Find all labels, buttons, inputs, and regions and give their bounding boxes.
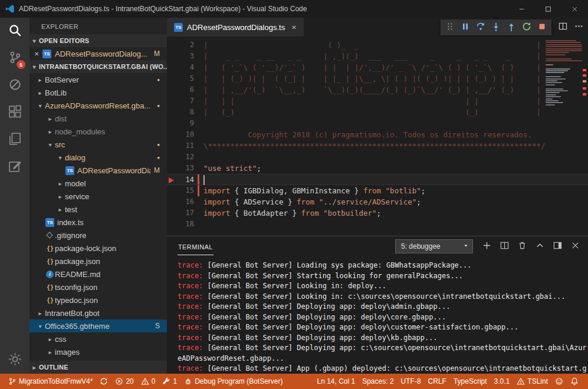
tree-item-src[interactable]: src — [29, 138, 167, 151]
tree-item-package-json[interactable]: {}package.json — [29, 255, 167, 268]
status-spaces-2[interactable]: Spaces: 2 — [359, 374, 397, 389]
tree-item-dialog[interactable]: dialog — [29, 151, 167, 164]
code-line-7[interactable]: 7| | | | | | — [167, 95, 588, 107]
trace-label: trace: — [178, 282, 203, 290]
code-line-17[interactable]: 17import { BotAdapter } from "botbuilder… — [167, 207, 588, 219]
minimize-button[interactable] — [508, 0, 535, 18]
workspace-header[interactable]: INTRANETBOTQUICKSTART.GBAI (WO... — [29, 60, 167, 73]
status-crlf[interactable]: CRLF — [425, 374, 450, 389]
code-line-3[interactable]: 3| _ _ _ __ _ _ | ,_)(_) ___ ___ _ _ _ _… — [167, 51, 588, 62]
activity-settings-button[interactable] — [0, 347, 29, 374]
code-line-15[interactable]: 15import { IGBDialog, GBMinInstance } fr… — [167, 185, 588, 196]
code-line-6[interactable]: 6| | ,__/'(_) `\__,_) `\__)(_)(____/(_) … — [167, 84, 588, 95]
status-0[interactable]: 0 — [137, 374, 159, 389]
wrench-icon — [162, 377, 170, 385]
status-debug-program-botserver[interactable]: Debug Program (BotServer) — [180, 374, 286, 389]
status-smiley[interactable] — [551, 374, 567, 389]
step-over-button[interactable] — [474, 21, 488, 35]
add-button[interactable] — [482, 241, 491, 252]
tree-item-office365-gbtheme[interactable]: Office365.gbthemeS — [29, 319, 167, 332]
code-line-2[interactable]: 2| ( )_ _ | — [167, 39, 588, 51]
status-bell[interactable] — [567, 374, 582, 389]
tree-item-images[interactable]: images — [29, 345, 167, 358]
status-migrationtobotfmwv4[interactable]: MigrationToBotFmwV4* — [5, 374, 96, 389]
close-button[interactable] — [571, 241, 580, 252]
activity-edit-button[interactable] — [0, 153, 29, 180]
more-actions-button[interactable] — [574, 22, 583, 33]
open-editor-item[interactable]: TS ADResetPasswordDialog... M — [29, 47, 167, 60]
tree-item-package-lock-json[interactable]: {}package-lock.json — [29, 242, 167, 255]
minimap-line — [546, 82, 562, 83]
tree-item-botlib[interactable]: BotLib — [29, 86, 167, 99]
code-line-5[interactable]: 5| | (_) )| | ( (_| | | |_ | |\__, \| ( … — [167, 73, 588, 84]
terminal-tab[interactable]: TERMINAL — [178, 238, 213, 255]
terminal-selector[interactable]: 5: debuggee — [395, 239, 473, 253]
code-line-18[interactable]: 18 — [167, 219, 588, 230]
tree-item-service[interactable]: service — [29, 190, 167, 203]
status-tslint[interactable]: TSLint — [513, 374, 551, 389]
chevron-right-icon — [45, 336, 55, 342]
restart-button[interactable] — [520, 21, 534, 35]
panel-button[interactable] — [553, 241, 562, 252]
code-editor[interactable]: 2| ( )_ _ |3| _ _ _ __ _ _ | ,_)(_) ___ … — [167, 37, 588, 236]
activity-files-button[interactable] — [0, 126, 29, 153]
outline-header[interactable]: OUTLINE — [29, 361, 167, 374]
split-button[interactable] — [500, 241, 509, 252]
status-1[interactable]: 1 — [159, 374, 180, 389]
activity-search-button[interactable] — [0, 18, 29, 45]
code-line-8[interactable]: 8| (_) (_) | — [167, 107, 588, 118]
tree-item-model[interactable]: model — [29, 177, 167, 190]
status-3-0-1[interactable]: 3.0.1 — [491, 374, 514, 389]
status-sync[interactable] — [96, 374, 111, 389]
close-tab-icon[interactable] — [291, 24, 296, 31]
chevron-up-button[interactable] — [536, 241, 544, 252]
split-editor-button[interactable] — [559, 22, 567, 33]
code-area[interactable]: 2| ( )_ _ |3| _ _ _ __ _ _ | ,_)(_) ___ … — [167, 37, 588, 236]
code-line-12[interactable]: 12 — [167, 151, 588, 163]
status-typescript[interactable]: TypeScript — [450, 374, 491, 389]
tree-item-test[interactable]: test — [29, 203, 167, 216]
editor-actions — [559, 18, 583, 37]
tree-item-intranetbot-gbot[interactable]: IntranetBot.gbot — [29, 306, 167, 319]
status-20[interactable]: 20 — [111, 374, 137, 389]
code-line-16[interactable]: 16import { ADService } from "../service/… — [167, 196, 588, 207]
tab-adresetpassworddialogs-ts[interactable]: TS ADResetPasswordDialogs.ts — [167, 18, 304, 37]
code-line-9[interactable]: 9 — [167, 118, 588, 129]
tree-item-dist[interactable]: dist — [29, 112, 167, 125]
code-line-14[interactable]: 14 — [167, 174, 588, 185]
close-editor-icon[interactable] — [34, 51, 42, 57]
tree-item-gitignore[interactable]: .gitignore — [29, 229, 167, 242]
code-text — [203, 219, 588, 230]
minimap[interactable] — [544, 38, 579, 167]
activity-debug-button[interactable] — [0, 72, 29, 99]
close-window-button[interactable] — [561, 0, 588, 18]
status-utf-8[interactable]: UTF-8 — [398, 374, 425, 389]
code-line-13[interactable]: 13"use strict"; — [167, 163, 588, 174]
terminal-output[interactable]: trace: [General Bot Server] Loading sys … — [167, 256, 588, 374]
overview-error-mark — [583, 69, 586, 71]
trash-button[interactable] — [518, 241, 527, 252]
code-line-4[interactable]: 4| ( '_`\ ( '__)/'_` ) | | | |/',__)/' _… — [167, 62, 588, 73]
tree-item-index-ts[interactable]: TSindex.ts — [29, 216, 167, 229]
tree-item-botserver[interactable]: BotServer — [29, 73, 167, 86]
tree-item-adresetpassworddial[interactable]: TSADResetPasswordDial...M — [29, 164, 167, 177]
code-line-10[interactable]: 10 Copyright 2018 (c) pragmatismo.io. To… — [167, 129, 588, 140]
status-ln-14-col-1[interactable]: Ln 14, Col 1 — [313, 374, 359, 389]
stop-button[interactable] — [535, 21, 549, 35]
chevron-right-icon — [45, 349, 55, 355]
activity-extensions-button[interactable] — [0, 99, 29, 126]
tree-item-azureadpasswordreset-gba[interactable]: AzureADPasswordReset.gba... — [29, 99, 167, 112]
open-editors-header[interactable]: OPEN EDITORS — [29, 34, 167, 47]
tree-item-typedoc-json[interactable]: {}typedoc.json — [29, 294, 167, 306]
code-line-11[interactable]: 11\*************************************… — [167, 140, 588, 151]
pause-button[interactable] — [458, 21, 472, 35]
terminal-text: [General Bot Server] Starting looking fo… — [203, 272, 463, 280]
tree-item-tsconfig-json[interactable]: {}tsconfig.json — [29, 281, 167, 294]
tree-item-readme-md[interactable]: iREADME.md — [29, 268, 167, 281]
maximize-button[interactable] — [535, 0, 561, 18]
step-out-button[interactable] — [504, 21, 518, 35]
tree-item-node-modules[interactable]: node_modules — [29, 125, 167, 138]
activity-source-control-button[interactable]: 5 — [0, 45, 29, 72]
step-into-button[interactable] — [489, 21, 503, 35]
tree-item-css[interactable]: css — [29, 332, 167, 345]
